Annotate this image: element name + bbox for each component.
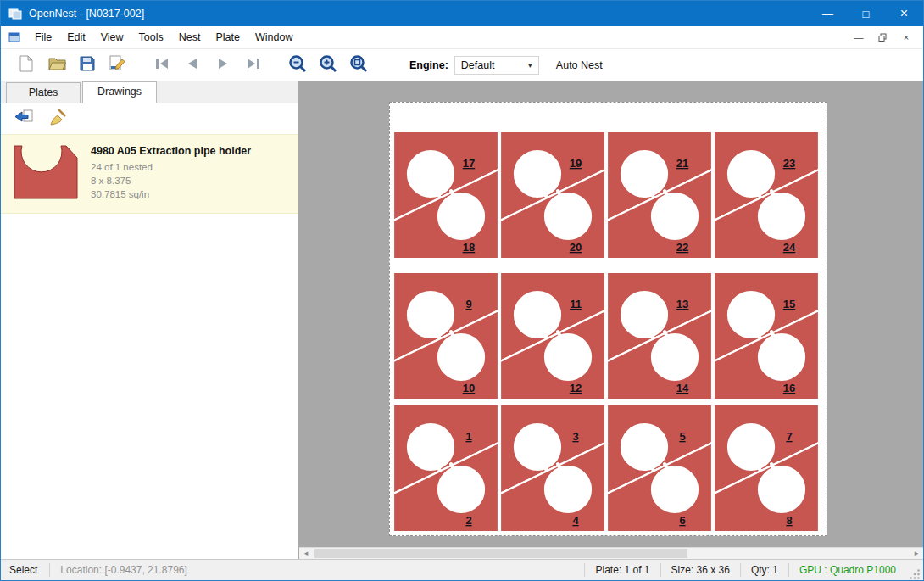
- part-number: 10: [463, 382, 475, 394]
- new-button[interactable]: [11, 53, 42, 78]
- gpu-status: GPU : Quadro P1000: [789, 564, 906, 576]
- nest-canvas[interactable]: 171819202122232491011121314151612345678 …: [299, 81, 923, 559]
- menu-plate[interactable]: Plate: [208, 27, 248, 47]
- save-button[interactable]: [72, 53, 103, 78]
- menu-file[interactable]: File: [27, 27, 59, 47]
- open-folder-icon: [48, 56, 66, 74]
- drawings-toolbar: [1, 103, 298, 134]
- menu-tools[interactable]: Tools: [131, 27, 171, 47]
- save-icon: [80, 56, 95, 75]
- title-bar: OpenNest - [N0317-002] — □ ×: [1, 1, 923, 26]
- menu-edit[interactable]: Edit: [59, 27, 93, 47]
- part-number: 6: [679, 514, 685, 527]
- tab-drawings[interactable]: Drawings: [82, 81, 157, 103]
- part-number: 13: [676, 298, 688, 310]
- part-number: 21: [676, 157, 688, 170]
- app-window: OpenNest - [N0317-002] — □ × File Edit V…: [0, 0, 924, 581]
- nest-pair[interactable]: 34: [500, 405, 605, 532]
- sidebar-tabstrip: Plates Drawings: [1, 81, 298, 103]
- horizontal-scrollbar[interactable]: ◂ ▸: [299, 547, 923, 559]
- drawing-list-empty-space: [1, 214, 298, 559]
- mdi-restore-button[interactable]: [872, 30, 893, 45]
- zoom-out-button[interactable]: [282, 53, 313, 78]
- zoom-in-icon: [319, 54, 337, 76]
- drawing-thumbnail: [11, 142, 81, 204]
- scroll-left-icon[interactable]: ◂: [299, 548, 313, 559]
- mdi-window-controls: — ×: [849, 30, 923, 45]
- next-plate-button[interactable]: [208, 53, 238, 78]
- next-icon: [214, 57, 231, 74]
- part-number: 16: [783, 382, 795, 394]
- part-number: 3: [572, 430, 578, 443]
- broom-icon: [48, 109, 68, 129]
- plate-count-status: Plate: 1 of 1: [585, 564, 660, 576]
- engine-label: Engine:: [409, 59, 448, 71]
- maximize-button[interactable]: □: [847, 1, 885, 26]
- resize-grip[interactable]: [910, 569, 921, 580]
- save-as-button[interactable]: [103, 53, 133, 78]
- menu-bar: File Edit View Tools Nest Plate Window —…: [1, 26, 923, 49]
- replace-drawing-button[interactable]: [11, 107, 36, 131]
- part-number: 1: [465, 430, 471, 443]
- qty-status: Qty: 1: [741, 564, 788, 576]
- zoom-fit-button[interactable]: [343, 53, 374, 78]
- drawing-list-item[interactable]: 4980 A05 Extraction pipe holder 24 of 1 …: [1, 134, 298, 214]
- import-arrow-icon: [14, 109, 34, 129]
- file-tool-group: [11, 53, 133, 78]
- mdi-close-button[interactable]: ×: [896, 30, 916, 45]
- part-number: 5: [679, 430, 685, 443]
- nest-pair[interactable]: 910: [393, 272, 498, 399]
- menu-window[interactable]: Window: [248, 27, 300, 47]
- nav-tool-group: [147, 53, 269, 78]
- part-number: 11: [570, 298, 582, 310]
- scroll-right-icon[interactable]: ▸: [910, 548, 923, 559]
- new-icon: [19, 55, 34, 75]
- minimize-button[interactable]: —: [809, 1, 847, 26]
- close-button[interactable]: ×: [885, 1, 923, 26]
- nest-pair[interactable]: 1718: [393, 131, 498, 259]
- open-button[interactable]: [42, 53, 72, 78]
- drawing-dimensions: 8 x 8.375: [91, 174, 251, 187]
- document-icon[interactable]: [8, 32, 20, 42]
- nest-pair[interactable]: 2324: [714, 131, 819, 259]
- zoom-out-icon: [288, 54, 307, 76]
- part-number: 8: [786, 514, 792, 527]
- nest-pair[interactable]: 2122: [607, 131, 712, 259]
- engine-select[interactable]: Default ▾: [454, 56, 539, 75]
- nest-pair[interactable]: 12: [393, 405, 498, 532]
- first-icon: [153, 57, 170, 74]
- part-number: 7: [786, 430, 792, 443]
- nest-pair[interactable]: 78: [714, 405, 819, 532]
- nest-pair[interactable]: 56: [607, 405, 712, 532]
- status-bar: Select Location: [-0.9437, 21.8796] Plat…: [1, 559, 923, 580]
- auto-nest-button[interactable]: Auto Nest: [556, 59, 603, 71]
- part-number: 15: [783, 298, 795, 310]
- nest-pair[interactable]: 1920: [500, 131, 605, 259]
- menu-nest[interactable]: Nest: [171, 27, 209, 47]
- plate[interactable]: 171819202122232491011121314151612345678: [389, 102, 827, 536]
- nest-pair[interactable]: 1112: [500, 272, 605, 399]
- first-plate-button[interactable]: [147, 53, 177, 78]
- part-number: 18: [463, 241, 475, 254]
- save-as-icon: [109, 55, 126, 75]
- previous-plate-button[interactable]: [177, 53, 208, 78]
- nest-pair[interactable]: 1516: [714, 272, 819, 399]
- last-plate-button[interactable]: [238, 53, 269, 78]
- part-number: 23: [783, 157, 795, 170]
- part-number: 9: [465, 298, 471, 310]
- part-number: 24: [783, 241, 796, 254]
- nest-pair[interactable]: 1314: [607, 272, 712, 399]
- plate-size-status: Size: 36 x 36: [661, 564, 740, 576]
- cursor-location: Location: [-0.9437, 21.8796]: [50, 564, 584, 576]
- zoom-in-button[interactable]: [313, 53, 343, 78]
- zoom-tool-group: [282, 53, 374, 78]
- sidebar: Plates Drawings 4980 A05 Extraction pipe…: [1, 81, 299, 559]
- mdi-minimize-button[interactable]: —: [849, 30, 869, 45]
- zoom-fit-icon: [349, 54, 368, 76]
- scrollbar-thumb[interactable]: [314, 549, 687, 558]
- tab-plates[interactable]: Plates: [6, 82, 81, 103]
- menu-view[interactable]: View: [93, 27, 131, 47]
- clean-button[interactable]: [45, 107, 70, 131]
- part-number: 4: [572, 514, 579, 527]
- drawing-item-text: 4980 A05 Extraction pipe holder 24 of 1 …: [91, 142, 251, 204]
